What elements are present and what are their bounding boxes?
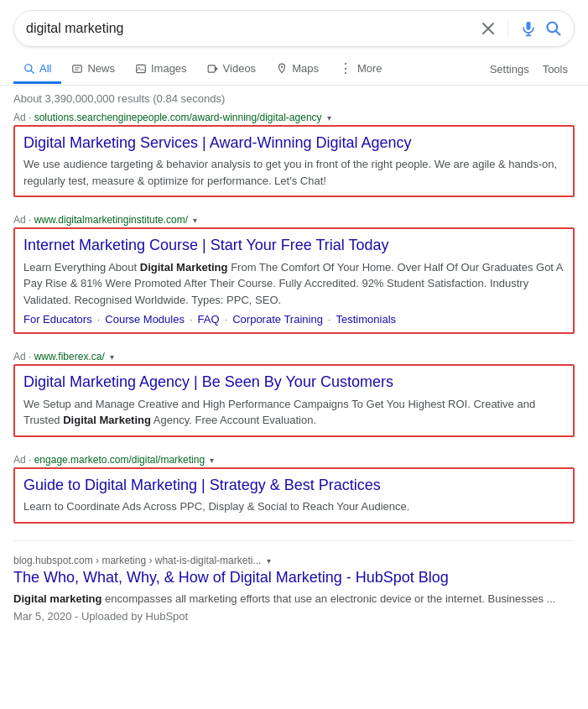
- organic-url-1: blog.hubspot.com › marketing › what-is-d…: [13, 555, 575, 566]
- sitelink-sep-3: ·: [225, 313, 228, 326]
- more-tab-icon: ⋮: [339, 60, 353, 76]
- tab-images[interactable]: Images: [125, 55, 197, 85]
- ad-desc-4: Learn to Coordinate Ads Across PPC, Disp…: [23, 498, 565, 515]
- clear-icon[interactable]: [481, 21, 496, 36]
- sitelink-educators[interactable]: For Educators: [23, 313, 92, 326]
- organic-result-1: blog.hubspot.com › marketing › what-is-d…: [13, 555, 575, 623]
- ad-result-3: Ad · www.fiberex.ca/ ▾ Digital Marketing…: [13, 351, 575, 436]
- sitelink-testimonials[interactable]: Testimonials: [336, 313, 397, 326]
- results-container: Ad · solutions.searchenginepeople.com/aw…: [0, 112, 588, 623]
- tab-images-label: Images: [151, 62, 187, 75]
- ad-title-4[interactable]: Guide to Digital Marketing | Strategy & …: [23, 476, 565, 495]
- all-tab-icon: [23, 62, 35, 76]
- sitelink-sep-2: ·: [190, 313, 193, 326]
- settings-link[interactable]: Settings: [483, 56, 536, 82]
- svg-rect-10: [73, 65, 82, 72]
- ad-url-3: www.fiberex.ca/: [34, 351, 105, 362]
- tab-more-label: More: [357, 62, 382, 75]
- ad-url-2: www.digitalmarketinginstitute.com/: [34, 214, 188, 226]
- tab-videos-label: Videos: [223, 62, 257, 75]
- ad-bordered-2: Internet Marketing Course | Start Your F…: [13, 227, 575, 334]
- sitelink-sep-4: ·: [328, 313, 331, 326]
- organic-domain-1: blog.hubspot.com: [13, 555, 93, 566]
- ad-bordered-4: Guide to Digital Marketing | Strategy & …: [13, 467, 575, 524]
- tools-link[interactable]: Tools: [536, 56, 575, 82]
- ad-label-2: Ad · www.digitalmarketinginstitute.com/ …: [13, 214, 575, 226]
- svg-rect-15: [208, 65, 215, 72]
- ad-desc-1: We use audience targeting & behavior ana…: [23, 156, 565, 189]
- tab-all-label: All: [39, 62, 51, 75]
- organic-date-1: Mar 5, 2020 - Uploaded by HubSpot: [13, 610, 575, 623]
- sitelink-corporate[interactable]: Corporate Training: [232, 313, 323, 326]
- tab-more[interactable]: ⋮ More: [329, 54, 393, 86]
- ad-desc-2: Learn Everything About Digital Marketing…: [23, 259, 565, 309]
- ad-label-1: Ad · solutions.searchenginepeople.com/aw…: [13, 112, 575, 123]
- svg-marker-16: [215, 66, 218, 71]
- search-bar: [13, 10, 575, 47]
- ad-tag-4: Ad ·: [13, 454, 34, 466]
- ad-result-1: Ad · solutions.searchenginepeople.com/aw…: [13, 112, 575, 197]
- results-divider: [13, 540, 575, 541]
- ad-desc-3: We Setup and Manage Creative and High Pe…: [23, 396, 565, 429]
- tab-maps-label: Maps: [292, 62, 319, 75]
- results-info: About 3,390,000,000 results (0.84 second…: [0, 86, 588, 112]
- maps-tab-icon: [276, 62, 288, 76]
- tab-maps[interactable]: Maps: [266, 55, 329, 85]
- ad-dropdown-3[interactable]: ▾: [110, 352, 114, 362]
- mic-icon[interactable]: [520, 20, 537, 37]
- search-input[interactable]: [26, 21, 481, 36]
- search-icons: [481, 20, 562, 37]
- sitelinks-2: For Educators · Course Modules · FAQ · C…: [23, 313, 565, 326]
- images-tab-icon: [135, 62, 147, 76]
- ad-tag-1: Ad ·: [13, 112, 34, 123]
- svg-rect-2: [527, 22, 531, 30]
- ad-tag-3: Ad ·: [13, 351, 34, 362]
- tab-news[interactable]: News: [61, 55, 125, 85]
- ad-result-2: Ad · www.digitalmarketinginstitute.com/ …: [13, 214, 575, 334]
- sitelink-faq[interactable]: FAQ: [198, 313, 220, 326]
- organic-path-1: › marketing › what-is-digital-marketi...: [96, 555, 261, 566]
- svg-rect-13: [137, 65, 146, 73]
- nav-tabs: All News Images Videos: [0, 47, 588, 86]
- organic-dropdown-1[interactable]: ▾: [267, 556, 271, 566]
- ad-dropdown-1[interactable]: ▾: [327, 113, 331, 123]
- ad-title-2[interactable]: Internet Marketing Course | Start Your F…: [23, 236, 565, 255]
- ad-label-4: Ad · engage.marketo.com/digital/marketin…: [13, 454, 575, 466]
- ad-label-3: Ad · www.fiberex.ca/ ▾: [13, 351, 575, 362]
- organic-title-1[interactable]: The Who, What, Why, & How of Digital Mar…: [13, 568, 575, 587]
- ad-bordered-3: Digital Marketing Agency | Be Seen By Yo…: [13, 364, 575, 436]
- tab-all[interactable]: All: [13, 55, 61, 85]
- ad-tag-2: Ad ·: [13, 214, 34, 226]
- ad-title-1[interactable]: Digital Marketing Services | Award-Winni…: [23, 133, 565, 153]
- ad-url-1: solutions.searchenginepeople.com/award-w…: [34, 112, 322, 123]
- news-tab-icon: [71, 62, 83, 76]
- organic-desc-1: Digital marketing encompasses all market…: [13, 591, 575, 607]
- tab-videos[interactable]: Videos: [197, 55, 267, 85]
- sitelink-sep-1: ·: [97, 313, 101, 326]
- search-bar-container: [0, 0, 588, 47]
- search-submit-icon[interactable]: [545, 20, 562, 37]
- ad-dropdown-4[interactable]: ▾: [210, 456, 214, 465]
- ad-result-4: Ad · engage.marketo.com/digital/marketin…: [13, 454, 575, 524]
- ad-url-4: engage.marketo.com/digital/marketing: [34, 454, 205, 466]
- svg-line-7: [556, 31, 560, 35]
- ad-title-3[interactable]: Digital Marketing Agency | Be Seen By Yo…: [23, 373, 565, 392]
- videos-tab-icon: [207, 62, 219, 76]
- sitelink-course-modules[interactable]: Course Modules: [105, 313, 185, 326]
- svg-point-17: [281, 66, 283, 68]
- tab-news-label: News: [87, 62, 115, 75]
- ad-dropdown-2[interactable]: ▾: [193, 216, 197, 225]
- svg-line-9: [31, 70, 34, 73]
- ad-bordered-1: Digital Marketing Services | Award-Winni…: [13, 125, 575, 197]
